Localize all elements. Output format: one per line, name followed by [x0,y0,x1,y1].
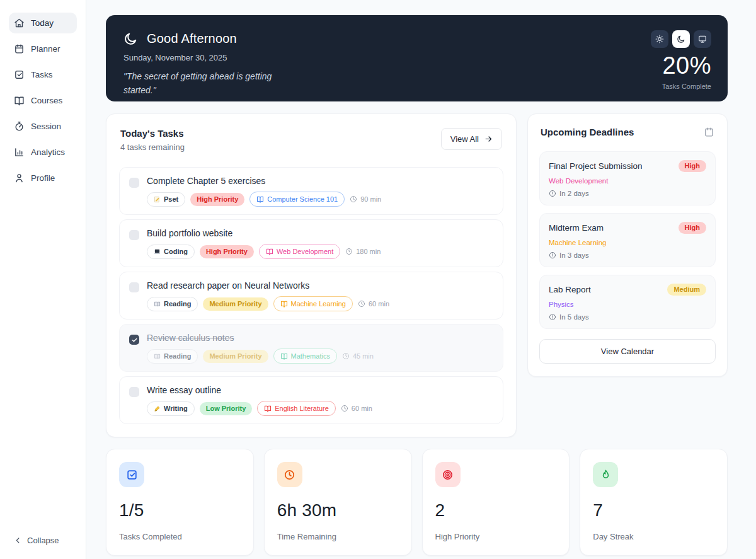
course-tag: English Literature [257,401,336,416]
stat-label: Time Remaining [277,532,399,541]
deadline-due: In 2 days [549,190,706,197]
sidebar-item-courses[interactable]: Courses [9,90,77,111]
deadlines-section-title: Upcoming Deadlines [541,127,634,137]
deadline-item[interactable]: Lab Report Medium Physics In 5 days [539,275,716,329]
theme-dark-button[interactable] [672,30,690,48]
progress-label: Tasks Complete [662,83,711,90]
task-title: Review calculus notes [147,333,374,343]
task-row[interactable]: Build portfolio website Coding High Prio… [119,219,503,267]
clock-icon [345,248,353,255]
deadline-due: In 5 days [549,313,706,321]
course-tag: Machine Learning [273,296,353,311]
task-row[interactable]: Complete Chapter 5 exercises Pset High P… [119,167,503,215]
sidebar-item-label: Analytics [31,147,65,157]
deadline-title: Lab Report [549,285,591,294]
collapse-label: Collapse [27,536,59,545]
stat-label: High Priority [435,532,557,541]
priority-tag: Low Priority [200,402,253,415]
moon-icon [677,35,685,43]
calendar-icon [704,127,714,137]
course-tag: Mathematics [273,349,337,364]
check-square-icon [14,69,25,80]
collapse-sidebar-button[interactable]: Collapse [14,536,59,545]
task-checkbox[interactable] [129,282,139,292]
priority-tag: Medium Priority [203,297,268,311]
monitor-icon [698,35,707,43]
deadline-course: Machine Learning [549,239,706,246]
main-content: Good Afternoon Sunday, November 30, 2025… [86,0,756,559]
check-icon [131,337,138,343]
sidebar-item-analytics[interactable]: Analytics [9,142,77,163]
check-square-icon [119,462,144,487]
sun-icon [655,35,664,43]
deadline-due: In 3 days [549,251,706,259]
priority-badge: High [679,222,706,234]
duration-tag: 45 min [342,352,374,360]
theme-system-button[interactable] [694,30,711,48]
sidebar-item-label: Session [31,122,61,131]
task-row[interactable]: Read research paper on Neural Networks R… [119,272,503,320]
view-all-button[interactable]: View All [441,128,502,150]
deadline-item[interactable]: Midterm Exam High Machine Learning In 3 … [539,213,716,267]
stat-label: Tasks Completed [119,532,241,541]
chevron-left-icon [14,536,22,545]
book-icon [266,248,273,255]
book-icon [154,353,161,360]
task-type-tag: Reading [147,349,198,364]
sidebar-item-label: Courses [31,96,62,105]
task-row[interactable]: Write essay outline Writing Low Priority… [119,376,503,424]
greeting-text: Good Afternoon [147,32,237,46]
motivational-quote: "The secret of getting ahead is getting … [123,70,297,97]
sidebar: Today Planner Tasks Courses Session Anal… [0,0,86,559]
bar-chart-icon [14,147,25,158]
stat-value: 7 [593,500,714,521]
priority-tag: High Priority [200,245,254,258]
sidebar-item-tasks[interactable]: Tasks [9,64,77,85]
clock-icon [277,462,302,487]
deadline-course: Web Development [549,177,706,185]
deadline-list: Final Project Submission High Web Develo… [539,151,716,329]
clock-icon [350,195,357,203]
calendar-icon [14,43,25,54]
memo-icon [154,196,161,203]
priority-tag: High Priority [190,193,244,206]
sidebar-item-today[interactable]: Today [9,13,77,33]
alert-circle-icon [549,251,556,259]
sidebar-item-label: Tasks [31,70,53,79]
task-checkbox[interactable] [129,178,139,188]
sidebar-item-planner[interactable]: Planner [9,38,77,59]
sidebar-item-profile[interactable]: Profile [9,168,77,188]
task-checkbox[interactable] [129,230,139,240]
sidebar-item-label: Today [31,18,54,28]
task-title: Write essay outline [147,385,372,395]
deadline-title: Final Project Submission [549,161,643,171]
duration-tag: 180 min [345,248,381,255]
pen-icon [154,405,161,412]
stat-value: 6h 30m [277,500,399,521]
theme-light-button[interactable] [651,30,668,48]
book-icon [280,300,288,308]
book-open-icon [14,95,25,106]
moon-icon [123,32,138,46]
task-list: Complete Chapter 5 exercises Pset High P… [119,167,503,424]
task-title: Build portfolio website [147,228,381,238]
stat-card-day-streak: 7 Day Streak [580,449,728,556]
task-row[interactable]: Review calculus notes Reading Medium Pri… [119,324,503,372]
upcoming-deadlines-card: Upcoming Deadlines Final Project Submiss… [527,113,728,377]
tasks-section-title: Today's Tasks [120,128,185,139]
progress-percent: 20% [662,52,711,79]
tasks-remaining-count: 4 tasks remaining [120,142,185,152]
stat-label: Day Streak [593,532,714,541]
deadline-item[interactable]: Final Project Submission High Web Develo… [539,151,716,205]
view-calendar-button[interactable]: View Calendar [539,339,716,364]
sidebar-item-session[interactable]: Session [9,116,77,137]
task-type-tag: Reading [147,297,198,311]
alert-circle-icon [549,313,556,321]
task-checkbox[interactable] [129,387,139,397]
laptop-icon [154,248,161,255]
book-icon [264,405,272,412]
task-checkbox[interactable] [129,335,139,345]
task-type-tag: Pset [147,192,185,207]
todays-tasks-card: Today's Tasks 4 tasks remaining View All… [106,113,517,437]
stat-value: 2 [435,500,557,521]
